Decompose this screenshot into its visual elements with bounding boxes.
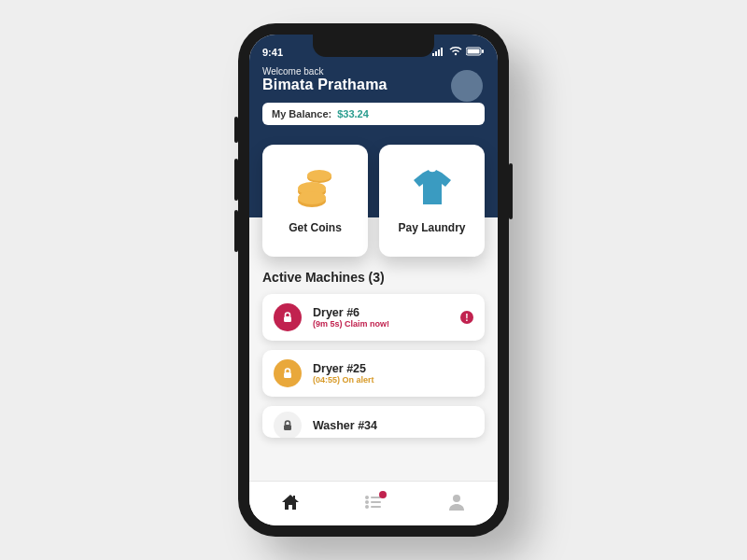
balance-pill[interactable]: My Balance: $33.24: [262, 103, 485, 125]
side-button: [234, 159, 238, 201]
machine-info: Dryer #25 (04:55) On alert: [313, 362, 374, 385]
svg-point-24: [453, 495, 460, 502]
side-button: [509, 163, 513, 219]
notch: [313, 35, 434, 57]
coins-icon: [293, 167, 338, 212]
svg-point-9: [307, 170, 331, 181]
bottom-nav: [249, 481, 498, 525]
svg-rect-2: [438, 49, 440, 56]
battery-icon: [466, 47, 485, 58]
machine-list: Dryer #6 (9m 5s) Claim now! ! Dryer #25 …: [262, 294, 485, 438]
svg-rect-7: [482, 49, 484, 53]
header: 9:41 Welcome back Bimata Prathama: [249, 35, 498, 217]
card-label: Get Coins: [289, 221, 342, 234]
get-coins-card[interactable]: Get Coins: [262, 145, 368, 257]
svg-rect-16: [284, 425, 291, 430]
status-right: [432, 47, 485, 58]
card-label: Pay Laundry: [398, 221, 465, 234]
status-time: 9:41: [262, 47, 283, 58]
svg-rect-1: [435, 51, 437, 56]
phone-frame: 9:41 Welcome back Bimata Prathama: [238, 23, 509, 537]
machine-name: Dryer #6: [313, 306, 389, 319]
svg-rect-21: [371, 501, 381, 503]
svg-point-20: [365, 500, 369, 504]
section-title: Active Machines (3): [262, 270, 485, 285]
lock-icon: [274, 359, 302, 387]
tshirt-icon: [410, 167, 455, 212]
machine-name: Washer #34: [313, 419, 377, 432]
svg-rect-17: [293, 496, 295, 499]
machine-name: Dryer #25: [313, 362, 374, 375]
home-icon: [280, 493, 301, 515]
lock-icon: [274, 412, 302, 438]
machine-row[interactable]: Washer #34: [262, 406, 485, 438]
balance-amount: $33.24: [337, 108, 369, 119]
nav-home[interactable]: [249, 482, 332, 525]
machine-row[interactable]: Dryer #6 (9m 5s) Claim now! !: [262, 294, 485, 341]
welcome-greeting: Welcome back: [262, 66, 485, 77]
svg-rect-0: [432, 53, 434, 56]
svg-rect-3: [441, 48, 443, 56]
nav-activity[interactable]: [332, 482, 416, 525]
machine-subtext: (9m 5s) Claim now!: [313, 319, 389, 329]
svg-rect-15: [284, 372, 291, 378]
svg-point-4: [455, 53, 457, 55]
nav-profile[interactable]: [415, 482, 498, 525]
lock-icon: [274, 303, 302, 331]
pay-laundry-card[interactable]: Pay Laundry: [379, 145, 485, 257]
svg-point-22: [365, 505, 369, 509]
user-icon: [447, 493, 466, 515]
machine-subtext: (04:55) On alert: [313, 375, 374, 385]
side-button: [234, 117, 238, 143]
side-button: [234, 210, 238, 252]
alert-icon: !: [460, 311, 473, 324]
svg-rect-23: [371, 506, 381, 508]
signal-icon: [432, 47, 445, 58]
wifi-icon: [449, 47, 462, 58]
screen: 9:41 Welcome back Bimata Prathama: [249, 35, 498, 525]
svg-point-13: [298, 191, 326, 204]
action-cards: Get Coins Pay Laundry: [262, 145, 485, 257]
machine-info: Dryer #6 (9m 5s) Claim now!: [313, 306, 389, 329]
notification-dot: [379, 491, 387, 498]
machine-row[interactable]: Dryer #25 (04:55) On alert: [262, 350, 485, 397]
balance-label: My Balance:: [272, 108, 331, 119]
avatar[interactable]: [451, 70, 483, 102]
svg-point-18: [365, 496, 369, 499]
machine-info: Washer #34: [313, 419, 377, 432]
svg-rect-6: [468, 49, 480, 54]
svg-rect-14: [284, 316, 291, 322]
